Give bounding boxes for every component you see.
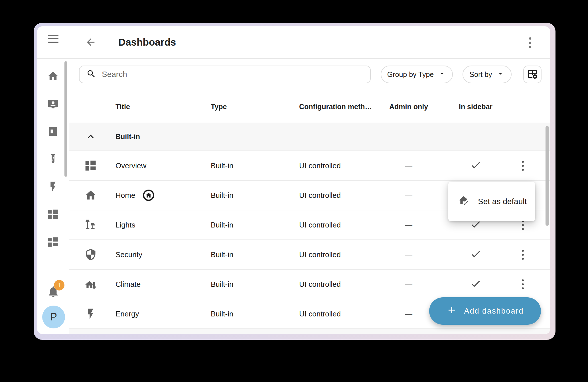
flash-icon xyxy=(47,181,59,194)
sort-by-label: Sort by xyxy=(469,70,492,79)
chevron-down-icon xyxy=(496,69,505,80)
plus-icon xyxy=(446,305,457,318)
user-avatar[interactable]: P xyxy=(42,306,65,328)
sidebar-item-dashboard-1[interactable] xyxy=(45,207,61,223)
door-panel-icon xyxy=(47,125,59,138)
admin-only-cell: — xyxy=(405,250,412,259)
sidebar-item-energy[interactable] xyxy=(45,179,61,195)
check-icon xyxy=(470,278,481,290)
notification-badge: 1 xyxy=(54,280,64,290)
back-button[interactable] xyxy=(85,36,96,48)
column-header-title[interactable]: Title xyxy=(112,103,206,111)
sidebar-scrollbar[interactable] xyxy=(64,61,67,177)
row-menu-button[interactable] xyxy=(517,277,528,291)
table-settings-button[interactable] xyxy=(523,66,542,83)
column-header-admin-only[interactable]: Admin only xyxy=(389,103,428,111)
row-title: Energy xyxy=(115,310,139,318)
add-dashboard-button[interactable]: Add dashboard xyxy=(429,297,541,325)
view-dashboard-icon xyxy=(47,236,59,249)
arrow-left-icon xyxy=(85,44,96,49)
admin-only-cell: — xyxy=(405,161,412,170)
row-config-method: UI controlled xyxy=(295,250,374,259)
sidebar-item-labs[interactable] xyxy=(45,151,61,167)
sidebar-item-home[interactable] xyxy=(45,68,61,84)
row-menu-button[interactable] xyxy=(517,248,528,261)
search-input[interactable] xyxy=(102,70,358,79)
check-icon xyxy=(470,248,481,261)
row-config-method: UI controlled xyxy=(295,161,374,170)
row-context-menu: Set as default xyxy=(448,182,535,221)
sidebar-item-door[interactable] xyxy=(45,124,61,140)
overflow-menu-button[interactable] xyxy=(525,37,535,48)
check-icon xyxy=(470,159,481,172)
floor-lamps-icon xyxy=(84,219,97,231)
column-header-in-sidebar[interactable]: In sidebar xyxy=(459,103,492,111)
home-thermometer-icon xyxy=(84,278,97,290)
row-type: Built-in xyxy=(206,191,295,200)
sidebar: 1 P xyxy=(37,26,69,334)
chevron-down-icon xyxy=(438,69,446,80)
page-title: Dashboards xyxy=(118,26,176,58)
test-tube-icon xyxy=(47,153,59,166)
row-title: Overview xyxy=(115,161,146,170)
fab-label: Add dashboard xyxy=(464,307,524,316)
main-content: Dashboards Group by Type Sort by xyxy=(69,26,550,334)
table-row-overview[interactable]: Overview Built-in UI controlled — xyxy=(69,151,550,181)
row-type: Built-in xyxy=(206,250,295,259)
set-as-default-menu-item[interactable]: Set as default xyxy=(448,182,535,221)
next-group-row-partial xyxy=(69,329,550,334)
view-dashboard-icon xyxy=(47,208,59,221)
sort-by-dropdown[interactable]: Sort by xyxy=(463,66,512,83)
avatar-initial: P xyxy=(50,311,57,323)
group-header-built-in[interactable]: Built-in xyxy=(69,123,550,151)
column-header-type[interactable]: Type xyxy=(206,103,295,111)
row-config-method: UI controlled xyxy=(295,221,374,229)
row-title: Lights xyxy=(115,221,135,229)
admin-only-cell: — xyxy=(405,221,412,229)
default-dashboard-icon xyxy=(143,189,155,201)
column-header-config[interactable]: Configuration meth… xyxy=(295,103,374,111)
row-title: Climate xyxy=(115,280,141,289)
row-menu-button[interactable] xyxy=(517,159,528,172)
row-title: Home xyxy=(115,191,135,200)
flash-icon xyxy=(84,308,97,320)
account-badge-icon xyxy=(47,98,59,111)
row-config-method: UI controlled xyxy=(295,191,374,200)
shield-security-icon xyxy=(84,248,97,261)
row-type: Built-in xyxy=(206,310,295,318)
row-type: Built-in xyxy=(206,280,295,289)
admin-only-cell: — xyxy=(405,280,412,289)
search-field[interactable] xyxy=(79,66,371,83)
row-type: Built-in xyxy=(206,161,295,170)
row-title: Security xyxy=(115,250,142,259)
row-config-method: UI controlled xyxy=(295,280,374,289)
table-row-climate[interactable]: Climate Built-in UI controlled — xyxy=(69,270,550,299)
view-dashboard-icon xyxy=(84,159,97,172)
sidebar-item-person[interactable] xyxy=(45,96,61,112)
table-scrollbar[interactable] xyxy=(546,126,549,226)
search-icon xyxy=(86,69,96,80)
table-row-security[interactable]: Security Built-in UI controlled — xyxy=(69,240,550,270)
admin-only-cell: — xyxy=(405,310,412,318)
row-config-method: UI controlled xyxy=(295,310,374,318)
home-icon xyxy=(84,189,97,202)
group-by-label: Group by Type xyxy=(387,70,434,79)
home-edit-icon xyxy=(458,195,469,208)
home-icon xyxy=(47,70,59,83)
menu-item-label: Set as default xyxy=(478,197,527,206)
bell-icon xyxy=(47,295,60,299)
window-frame: 1 P Dashboards Group by Type Sort by xyxy=(34,23,555,340)
group-label: Built-in xyxy=(112,133,206,141)
table-header-row: Title Type Configuration meth… Admin onl… xyxy=(69,91,550,123)
table-cog-icon xyxy=(527,69,538,80)
hamburger-menu-icon[interactable] xyxy=(48,35,58,43)
app-window: 1 P Dashboards Group by Type Sort by xyxy=(37,26,550,334)
row-type: Built-in xyxy=(206,221,295,229)
sidebar-item-dashboard-2[interactable] xyxy=(45,234,61,250)
notifications-button[interactable]: 1 xyxy=(46,285,60,299)
desktop-background: 1 P Dashboards Group by Type Sort by xyxy=(0,0,588,382)
admin-only-cell: — xyxy=(405,191,412,200)
chevron-up-icon xyxy=(85,131,96,142)
group-by-dropdown[interactable]: Group by Type xyxy=(381,66,453,83)
